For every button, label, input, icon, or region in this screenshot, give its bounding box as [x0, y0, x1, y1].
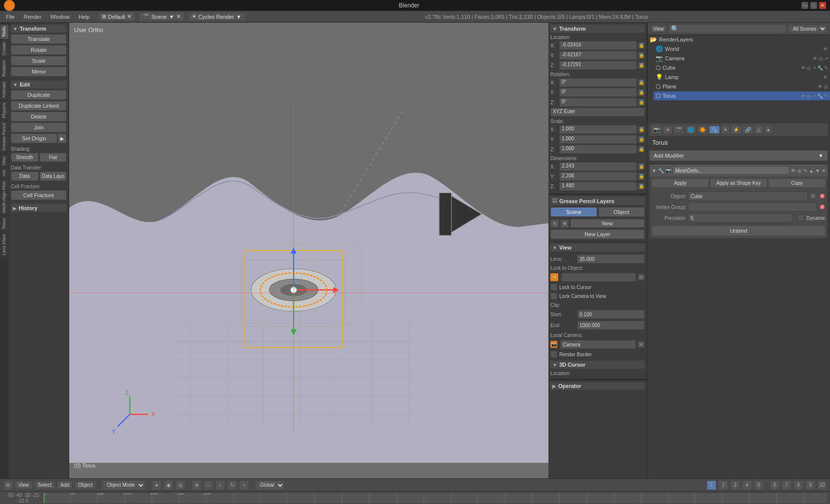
transform-prop-header[interactable]: ▼ Transform [550, 25, 645, 33]
scene-selector[interactable]: 🎬 Scene ▼ ✕ [139, 13, 183, 20]
layer-btn-4[interactable]: 4 [742, 480, 752, 490]
rotation-z-input[interactable]: 0° [559, 98, 637, 107]
viewport-3d-scene[interactable]: X Z Y [69, 23, 548, 478]
modifier-camera-icon[interactable]: 📷 [665, 168, 671, 173]
layer-btn-10[interactable]: 10 [817, 480, 827, 490]
rotation-y-input[interactable]: 0° [559, 88, 637, 97]
outliner-search-input[interactable] [668, 24, 787, 33]
maximize-button[interactable]: □ [810, 2, 817, 9]
location-z-input[interactable]: -0.17291 [559, 61, 637, 70]
cube-select-icon[interactable]: ↗ [812, 65, 816, 71]
torus-eye-icon[interactable]: 👁 [801, 93, 806, 99]
modifier-object-field[interactable]: Cube [688, 192, 808, 201]
camera-select-icon[interactable]: ↗ [824, 56, 828, 61]
lock-camera-checkbox[interactable] [550, 293, 557, 299]
menu-help[interactable]: Help [75, 13, 94, 21]
layer-btn-5[interactable]: 5 [754, 480, 764, 490]
dim-z-lock[interactable]: 🔒 [638, 183, 645, 190]
viewport[interactable]: User Ortho [69, 23, 548, 478]
translate-button[interactable]: Translate [11, 34, 67, 44]
layer-btn-3[interactable]: 3 [730, 480, 740, 490]
scale-x-input[interactable]: 1.000 [559, 125, 637, 134]
local-camera-input[interactable]: Camera [560, 340, 636, 349]
transform-header[interactable]: ▼ Transform [11, 25, 67, 33]
outliner-item-world[interactable]: 🌐 World 👁 [654, 44, 830, 54]
object-mode-select[interactable]: Object Mode [102, 480, 145, 490]
tab-lens-flare[interactable]: Lens Flare [0, 232, 8, 257]
join-button[interactable]: Join [11, 123, 67, 132]
menu-render[interactable]: Render [20, 13, 45, 21]
scale-z-input[interactable]: 1.000 [559, 145, 637, 154]
modifier-delete-icon[interactable]: ✕ [822, 168, 826, 173]
set-origin-button[interactable]: Set Origin [11, 133, 57, 143]
outliner-item-torus[interactable]: ⬡ Torus 👁 ◎ ↗ 🔧 ✎ [654, 91, 830, 101]
outliner-item-renderlayers[interactable]: 📂 RenderLayers [648, 35, 830, 44]
apply-shape-key-button[interactable]: Apply as Shape Key [710, 178, 767, 188]
location-z-lock[interactable]: 🔒 [638, 62, 645, 69]
tab-animation[interactable]: Animato [0, 80, 8, 100]
close-button[interactable]: ✕ [819, 2, 826, 9]
camera-eye-icon[interactable]: 👁 [813, 56, 818, 61]
data-button[interactable]: Data [11, 171, 39, 181]
modifier-mod-icon[interactable]: 🔧 [709, 126, 720, 134]
rotate-button[interactable]: Rotate [11, 45, 67, 55]
local-camera-clear-button[interactable]: ✕ [638, 341, 645, 348]
scene-mod-icon[interactable]: 🎬 [673, 126, 684, 134]
tab-relations[interactable]: Relation [0, 58, 8, 79]
edit-header[interactable]: ▼ Edit [11, 81, 67, 88]
cursor-3d-header[interactable]: ▼ 3D Cursor [550, 361, 645, 369]
particles-mod-icon[interactable]: ✦ [721, 126, 730, 134]
layer-btn-7[interactable]: 7 [782, 480, 791, 490]
lock-object-input[interactable] [561, 273, 636, 282]
rotation-mode-select[interactable]: XYZ Euler [550, 108, 645, 117]
grease-object-button[interactable]: Object [598, 207, 645, 217]
modifier-edit-icon[interactable]: ✎ [803, 168, 807, 173]
minimize-button[interactable]: — [801, 2, 808, 9]
menu-file[interactable]: File [2, 13, 19, 21]
data-layo-button[interactable]: Data Layo [40, 171, 67, 181]
scale-x-lock[interactable]: 🔒 [638, 126, 645, 133]
tab-mesh-align[interactable]: Mesh Align Plus [0, 179, 8, 215]
tab-misc[interactable]: Misc [0, 154, 8, 168]
outliner-view-button[interactable]: View [651, 25, 666, 33]
torus-pen-icon[interactable]: ✎ [824, 93, 828, 99]
modifier-render-icon[interactable]: ◎ [797, 168, 802, 173]
modifier-vgroup-picker-button[interactable]: 🎯 [819, 204, 826, 210]
grease-pencil-icon[interactable]: ✎ [550, 219, 559, 228]
viewport-icon-button[interactable]: ⊞ [3, 480, 13, 490]
snap-magnet-icon[interactable]: ⊕ [192, 480, 202, 490]
tab-an[interactable]: AN [0, 168, 8, 178]
unbind-button[interactable]: Unbind [652, 225, 826, 236]
operator-header[interactable]: ▶ Operator [550, 382, 645, 390]
cube-render-icon[interactable]: ◎ [807, 65, 811, 71]
scale-z-lock[interactable]: 🔒 [638, 146, 645, 153]
dim-z-input[interactable]: 1.480 [559, 182, 637, 191]
flat-button[interactable]: Flat [40, 153, 67, 162]
rotation-x-input[interactable]: 0° [559, 78, 637, 87]
location-y-lock[interactable]: 🔒 [638, 52, 645, 59]
torus-wrench-icon[interactable]: 🔧 [817, 93, 823, 99]
outliner-item-camera[interactable]: 📷 Camera 👁 ◎ ↗ [654, 54, 830, 63]
viewport-dot-icon[interactable]: ● [152, 480, 162, 490]
location-x-lock[interactable]: 🔒 [638, 42, 645, 49]
modifier-down-icon[interactable]: ▼ [815, 168, 820, 173]
constraints-mod-icon[interactable]: 🔗 [743, 126, 753, 134]
pivot-icon[interactable]: ◎ [175, 480, 185, 490]
render-border-checkbox[interactable] [550, 351, 557, 358]
torus-select-icon[interactable]: ↗ [812, 93, 816, 99]
layer-btn-1[interactable]: 1 [706, 480, 716, 490]
tab-tessu[interactable]: Tessu [0, 216, 8, 232]
cube-eye-icon[interactable]: 👁 [801, 65, 806, 71]
torus-render-icon[interactable]: ◎ [807, 93, 811, 99]
menu-window[interactable]: Window [46, 13, 74, 21]
cube-wrench-icon[interactable]: 🔧 [817, 65, 823, 71]
transform-icon[interactable]: ↕ [215, 480, 225, 490]
dim-x-input[interactable]: 2.243 [559, 162, 637, 171]
physics-mod-icon[interactable]: ⚡ [731, 126, 742, 134]
lock-cursor-checkbox[interactable] [550, 284, 557, 291]
tab-tools[interactable]: Tools [0, 25, 8, 39]
viewport-view-button[interactable]: View [15, 481, 33, 489]
modifier-object-picker-button[interactable]: 🎯 [819, 193, 826, 200]
rotation-z-lock[interactable]: 🔒 [638, 99, 645, 106]
scale-y-lock[interactable]: 🔒 [638, 136, 645, 143]
